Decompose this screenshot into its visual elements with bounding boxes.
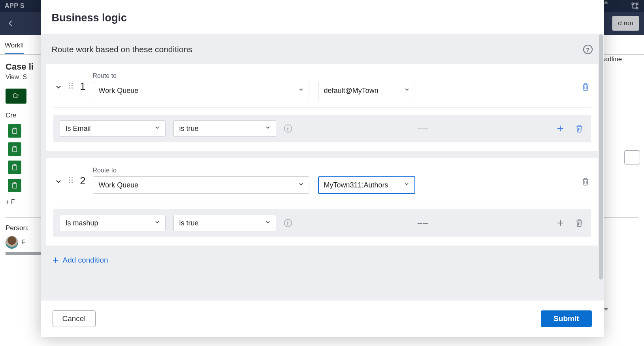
modal-overlay: Business logic Route work based on these… [0,0,644,346]
route-index: 2 [79,175,87,187]
add-condition-button[interactable] [555,123,566,134]
condition-operator-select[interactable]: is true [173,215,276,231]
route-type-select[interactable]: Work Queue [93,176,309,194]
delete-condition-button[interactable] [574,123,585,134]
condition-row: Is Email is true i –– [53,115,591,142]
route-to-label: Route to [93,72,309,79]
chevron-down-icon [154,219,160,227]
route-type-select[interactable]: Work Queue [93,82,309,99]
info-icon[interactable]: i [284,125,292,132]
route-card: 2 Route to Work Queue [46,158,598,246]
chevron-down-icon [265,125,271,133]
collapse-toggle[interactable] [53,176,64,187]
chevron-down-icon [298,181,304,189]
route-target-select[interactable]: default@MyTown [318,82,415,99]
modal-title: Business logic [52,12,593,24]
condition-value-placeholder: –– [300,218,547,228]
condition-value-placeholder: –– [300,123,547,134]
add-condition-button[interactable] [555,217,566,229]
scrollbar[interactable] [604,1,608,338]
condition-operator-select[interactable]: is true [173,120,276,137]
chevron-down-icon [298,87,304,95]
help-icon[interactable]: ? [583,45,593,54]
condition-field-select[interactable]: Is mashup [60,215,166,231]
body-scrollbar[interactable] [598,34,604,301]
route-to-label: Route to [93,167,309,174]
modal-header: Business logic [41,0,604,34]
modal-body: Route work based on these conditions ? 1 [41,34,604,301]
condition-row: Is mashup is true i –– [53,209,591,237]
delete-route-button[interactable] [580,176,591,187]
modal-footer: Cancel Submit [41,301,604,337]
chevron-down-icon [403,181,410,189]
section-label: Route work based on these conditions [52,45,192,54]
condition-field-select[interactable]: Is Email [60,120,166,137]
route-card: 1 Route to Work Queue [46,64,598,151]
submit-button[interactable]: Submit [541,310,591,327]
drag-handle-icon[interactable] [69,83,73,89]
route-index: 1 [79,80,87,93]
add-condition-link[interactable]: Add condition [41,253,119,272]
delete-route-button[interactable] [580,81,591,93]
delete-condition-button[interactable] [574,217,585,229]
collapse-toggle[interactable] [53,82,64,92]
business-logic-modal: Business logic Route work based on these… [41,0,604,337]
chevron-down-icon [265,219,271,227]
cancel-button[interactable]: Cancel [53,310,96,327]
route-target-select[interactable]: MyTown311:Authors [318,176,415,194]
drag-handle-icon[interactable] [69,177,73,183]
info-icon[interactable]: i [284,219,292,227]
chevron-down-icon [154,125,160,133]
chevron-down-icon [404,87,410,95]
